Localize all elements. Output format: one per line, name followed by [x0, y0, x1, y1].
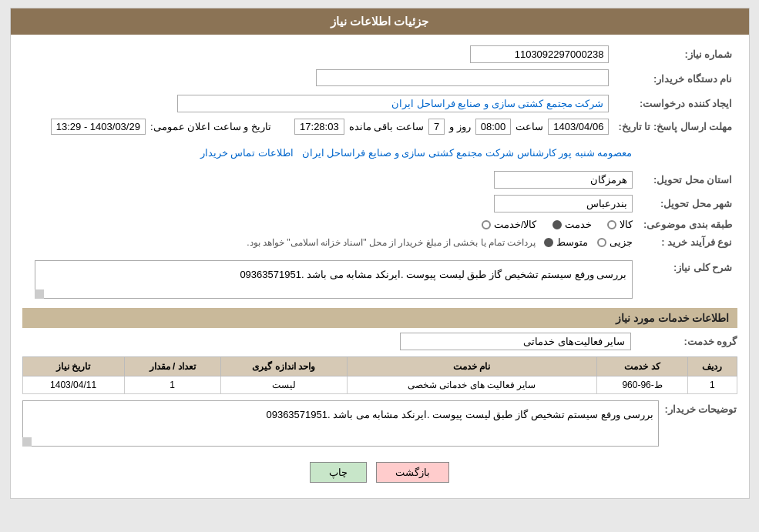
ijad-konande2-label: مهلت ارسال پاسخ: تا تاریخ:	[613, 115, 737, 138]
radio-circle	[597, 238, 606, 247]
services-table: ردیفکد خدمتنام خدمتواحد اندازه گیریتعداد…	[22, 356, 737, 394]
radio-tabaghe-خدمت[interactable]: خدمت	[552, 219, 592, 230]
nam-dastgah-value	[316, 69, 609, 86]
radio-label: جزیی	[610, 236, 633, 248]
ijad-konande-link: معصومه شنبه پور کارشناس شرکت مجتمع کشتی …	[302, 147, 633, 159]
sharh-label: شرح کلی نیاز:	[637, 257, 737, 302]
radio-circle	[607, 220, 616, 229]
nooe-farayand-label: نوع فرآیند خرید :	[637, 233, 737, 251]
grouh-label: گروه خدمت:	[637, 336, 737, 347]
col-header: تعداد / مقدار	[124, 357, 220, 376]
col-header: واحد اندازه گیری	[220, 357, 347, 376]
col-header: نام خدمت	[347, 357, 596, 376]
radio-label: کالا	[620, 219, 633, 230]
sharh-value: بررسی ورفع سیستم تشخیص گاز طبق لیست پیوس…	[35, 260, 633, 299]
cell-tarikh: 1403/04/11	[22, 376, 124, 394]
cell-nam: سایر فعالیت های خدماتی شخصی	[347, 376, 596, 394]
page-header: جزئیات اطلاعات نیاز	[11, 8, 749, 35]
tawzihat-label: توضیحات خریدار:	[665, 400, 737, 415]
ijad-konande-label: ایجاد کننده درخواست:	[613, 92, 737, 115]
print-button[interactable]: چاپ	[310, 462, 367, 483]
shahr-label: شهر محل تحویل:	[637, 192, 737, 216]
back-button[interactable]: بازگشت	[376, 462, 449, 483]
radio-label: کالا/خدمت	[494, 219, 537, 230]
cell-tedad: 1	[124, 376, 220, 394]
shahr-value: بندرعباس	[494, 195, 633, 212]
farayand-note: پرداخت تمام یا بخشی از مبلغ خریدار از مح…	[247, 237, 536, 248]
col-header: تاریخ نیاز	[22, 357, 124, 376]
radio-circle	[482, 220, 491, 229]
tabaghe-label: طبقه بندی موضوعی:	[637, 216, 737, 233]
radio-label: متوسط	[556, 236, 588, 248]
ijad-konande-value: شرکت مجتمع کشتی سازی و صنایع فراساحل ایر…	[177, 95, 609, 112]
ettelaat-link[interactable]: اطلاعات تماس خریدار	[200, 147, 294, 159]
radio-farayand-جزیی[interactable]: جزیی	[597, 236, 633, 248]
saet-label: ساعت	[516, 121, 543, 132]
resize-handle[interactable]	[35, 289, 44, 299]
radio-label: خدمت	[565, 219, 592, 230]
radio-tabaghe-کالا[interactable]: کالا	[607, 219, 633, 230]
tarikh-saet-label: تاریخ و ساعت اعلان عمومی:	[150, 121, 271, 132]
saet-value: 08:00	[475, 119, 512, 135]
tarikh-value: 1403/04/06	[548, 119, 609, 135]
ostan-label: استان محل تحویل:	[637, 168, 737, 192]
service-info-header: اطلاعات خدمات مورد نیاز	[22, 308, 737, 328]
nam-dastgah-label: نام دستگاه خریدار:	[613, 66, 737, 92]
saet-manandeh-label: ساعت باقی مانده	[349, 121, 424, 132]
radio-circle	[544, 238, 553, 247]
tawzihat-resize-handle[interactable]	[22, 437, 32, 447]
rooz-label: روز و	[449, 121, 471, 132]
radio-circle	[552, 220, 562, 229]
rooz-value: 7	[428, 119, 445, 135]
shomara-niaz-value: 1103092297000238	[470, 45, 609, 63]
ostan-value: هرمزگان	[494, 171, 633, 189]
table-row: 1ط-96-960سایر فعالیت های خدماتی شخصیلیست…	[22, 376, 737, 394]
radio-farayand-متوسط[interactable]: متوسط	[544, 236, 588, 248]
col-header: ردیف	[688, 357, 737, 376]
tawzihat-value: بررسی ورفع سیستم تشخیص گاز طبق لیست پیوس…	[22, 400, 659, 447]
saet-manandeh-value: 17:28:03	[294, 119, 344, 135]
shomara-niaz-label: شماره نیاز:	[613, 42, 737, 66]
buttons-row: بازگشت چاپ	[22, 454, 737, 490]
cell-kod: ط-96-960	[596, 376, 687, 394]
grouh-value: سایر فعالیت‌های خدماتی	[400, 333, 631, 350]
cell-radif: 1	[688, 376, 737, 394]
tarikh-saet-value: 1403/03/29 - 13:29	[51, 119, 146, 135]
radio-tabaghe-کالا/خدمت[interactable]: کالا/خدمت	[482, 219, 537, 230]
col-header: کد خدمت	[596, 357, 687, 376]
cell-vahed: لیست	[220, 376, 347, 394]
